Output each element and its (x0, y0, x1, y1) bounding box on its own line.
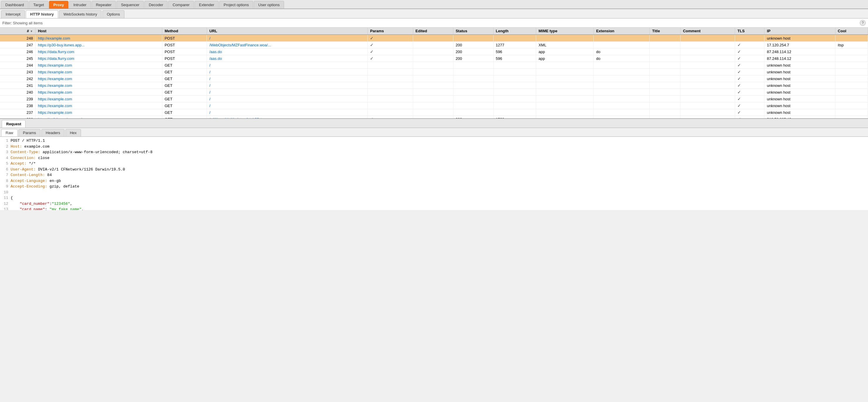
line-number: 12 (2, 201, 8, 207)
request-body[interactable]: 1POST / HTTP/1.12Host: example.com3Conte… (0, 137, 868, 210)
table-row[interactable]: 247https://p30-buy.itunes.app...POST/Web… (0, 42, 868, 49)
cell-ip: unknown host (765, 89, 835, 96)
top-nav-tab-dashboard[interactable]: Dashboard (1, 1, 28, 8)
table-row[interactable]: 237https://example.comGET/✓unknown host (0, 109, 868, 116)
cell-host: https://example.com (35, 62, 162, 69)
table-row[interactable]: 240https://example.comGET/✓unknown host (0, 89, 868, 96)
cell-mime (536, 96, 594, 102)
request-line: 5Accept: */* (2, 161, 866, 167)
table-row[interactable]: 239https://example.comGET/✓unknown host (0, 96, 868, 102)
line-content: "card_number":"123456", (10, 202, 72, 206)
top-nav-tab-sequencer[interactable]: Sequencer (117, 1, 144, 8)
top-nav-tab-target[interactable]: Target (29, 1, 49, 8)
cell-host: https://example.com (35, 109, 162, 116)
cell-title (650, 82, 681, 89)
sub-nav-tab-http-history[interactable]: HTTP history (26, 10, 58, 18)
cell-comment (681, 89, 735, 96)
top-nav-tab-project-options[interactable]: Project options (219, 1, 253, 8)
http-history-section: # ▼ Host Method URL Params Edited Status… (0, 28, 868, 119)
cell-params (368, 109, 413, 116)
table-row[interactable]: 238https://example.comGET/✓unknown host (0, 102, 868, 109)
col-header-url[interactable]: URL (207, 28, 368, 35)
request-outer-tab[interactable]: Request (2, 120, 26, 128)
cell-title (650, 42, 681, 49)
table-row[interactable]: 244https://example.comGET/✓unknown host (0, 62, 868, 69)
cell-host: https://example.com (35, 102, 162, 109)
col-header-cool[interactable]: Cool (835, 28, 868, 35)
table-container[interactable]: # ▼ Host Method URL Params Edited Status… (0, 28, 868, 118)
cell-method: GET (162, 62, 207, 69)
sub-nav-tab-intercept[interactable]: Intercept (1, 10, 25, 18)
top-nav-tab-comparer[interactable]: Comparer (168, 1, 194, 8)
req-inner-tab-hex[interactable]: Hex (65, 129, 81, 136)
req-inner-tab-headers[interactable]: Headers (41, 129, 65, 136)
cell-ip: 87.248.114.12 (765, 49, 835, 55)
col-header-extension[interactable]: Extension (594, 28, 650, 35)
table-row[interactable]: 241https://example.comGET/✓unknown host (0, 82, 868, 89)
cell-length (493, 62, 536, 69)
col-header-comment[interactable]: Comment (681, 28, 735, 35)
cell-ip: unknown host (765, 75, 835, 82)
cell-method: POST (162, 55, 207, 62)
req-inner-tab-raw[interactable]: Raw (1, 129, 18, 136)
top-navigation: DashboardTargetProxyIntruderRepeaterSequ… (0, 0, 868, 9)
table-row[interactable]: 248http://example.comPOST/✓unknown host (0, 35, 868, 42)
table-row[interactable]: 245https://data.flurry.comPOST/aas.do✓20… (0, 55, 868, 62)
cell-length (493, 89, 536, 96)
col-header-params[interactable]: Params (368, 28, 413, 35)
cell-host: https://data.flurry.com (35, 49, 162, 55)
cell-tls: ✓ (735, 42, 765, 49)
cell-edited (413, 55, 453, 62)
cell-title (650, 35, 681, 42)
http-history-table: # ▼ Host Method URL Params Edited Status… (0, 28, 868, 118)
cell-ext (594, 89, 650, 96)
table-row[interactable]: 242https://example.comGET/✓unknown host (0, 75, 868, 82)
top-nav-tab-intruder[interactable]: Intruder (69, 1, 91, 8)
col-header-host[interactable]: Host (35, 28, 162, 35)
request-line: 12 "card_number":"123456", (2, 201, 866, 207)
line-number: 10 (2, 190, 8, 195)
cell-num: 238 (0, 102, 35, 109)
top-nav-tab-proxy[interactable]: Proxy (49, 1, 68, 8)
cell-host: https://example.com (35, 96, 162, 102)
request-line: 1POST / HTTP/1.1 (2, 138, 866, 144)
col-header-method[interactable]: Method (162, 28, 207, 35)
col-header-num[interactable]: # ▼ (0, 28, 35, 35)
cell-ip: unknown host (765, 82, 835, 89)
col-header-mime[interactable]: MIME type (536, 28, 594, 35)
top-nav-tab-extender[interactable]: Extender (194, 1, 219, 8)
cell-host: http://example.com (35, 35, 162, 42)
cell-host: https://example.com (35, 75, 162, 82)
cell-num: 237 (0, 109, 35, 116)
sub-nav-tab-options[interactable]: Options (102, 10, 124, 18)
table-row[interactable]: 246https://data.flurry.comPOST/aas.do✓20… (0, 49, 868, 55)
sub-nav-tab-websockets-history[interactable]: WebSockets history (59, 10, 101, 18)
col-header-tls[interactable]: TLS (735, 28, 765, 35)
cell-method: GET (162, 89, 207, 96)
request-section: Request RawParamsHeadersHex 1POST / HTTP… (0, 119, 868, 210)
table-row[interactable]: 236https://safebrowsing.googl...GET/v4/t… (0, 116, 868, 119)
cell-length (493, 35, 536, 42)
filter-bar: Filter: Showing all items ? (0, 19, 868, 28)
table-row[interactable]: 243https://example.comGET/✓unknown host (0, 69, 868, 75)
col-header-length[interactable]: Length (493, 28, 536, 35)
cell-title (650, 49, 681, 55)
col-header-title[interactable]: Title (650, 28, 681, 35)
help-button[interactable]: ? (860, 20, 866, 26)
cell-cool (835, 102, 868, 109)
cell-params (368, 102, 413, 109)
cell-comment (681, 116, 735, 119)
top-nav-tab-decoder[interactable]: Decoder (144, 1, 167, 8)
top-nav-tab-user-options[interactable]: User options (254, 1, 284, 8)
cell-length (493, 96, 536, 102)
col-header-edited[interactable]: Edited (413, 28, 453, 35)
cell-title (650, 69, 681, 75)
cell-url: / (207, 35, 368, 42)
req-inner-tab-params[interactable]: Params (19, 129, 40, 136)
cell-status (453, 102, 493, 109)
top-nav-tab-repeater[interactable]: Repeater (92, 1, 116, 8)
col-header-ip[interactable]: IP (765, 28, 835, 35)
cell-url: / (207, 82, 368, 89)
cell-num: 239 (0, 96, 35, 102)
col-header-status[interactable]: Status (453, 28, 493, 35)
